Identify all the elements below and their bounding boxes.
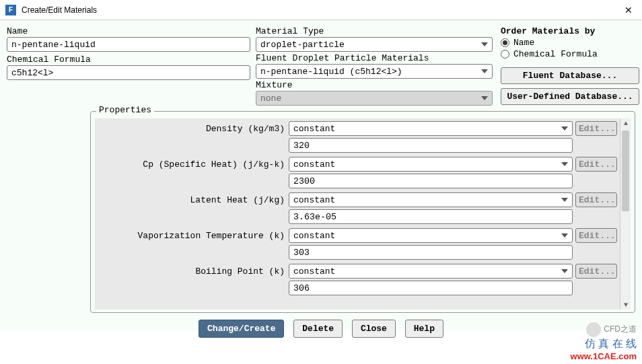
edit-button[interactable]: Edit... [575,121,617,136]
scroll-up-icon[interactable]: ▲ [622,120,629,126]
property-method-combo[interactable]: constant [289,264,573,279]
property-value-row [289,209,617,224]
fluent-materials-value: n-pentane-liquid (c5h12<l>) [260,67,402,77]
mixture-value: none [260,94,281,104]
property-value-input[interactable] [289,245,573,260]
fluent-database-button[interactable]: Fluent Database... [501,67,639,84]
formula-input[interactable] [7,65,250,80]
order-by-formula-radio[interactable]: Chemical Formula [501,49,639,59]
order-materials-label: Order Materials by [501,26,639,36]
titlebar: F Create/Edit Materials ✕ [0,0,642,20]
radio-icon [501,38,509,47]
properties-legend: Properties [96,105,154,115]
help-button[interactable]: Help [405,320,443,338]
material-type-combo[interactable]: droplet-particle [256,37,493,52]
property-label: Boiling Point (k) [98,266,289,277]
chevron-down-icon [561,233,568,238]
edit-button[interactable]: Edit... [575,264,617,279]
fluent-materials-label: Fluent Droplet Particle Materials [256,53,493,63]
chevron-down-icon [561,198,568,202]
property-row: Cp (Specific Heat) (j/kg-k)constantEdit.… [98,157,617,172]
property-value-input[interactable] [289,281,573,295]
name-label: Name [7,26,250,36]
scrollbar[interactable]: ▲ ▼ [620,118,631,310]
name-input[interactable] [7,37,250,52]
property-label: Density (kg/m3) [98,124,289,134]
formula-label: Chemical Formula [7,54,250,65]
property-method-value: constant [293,159,335,170]
property-row: Vaporization Temperature (k)constantEdit… [98,228,617,243]
property-row: Latent Heat (j/kg)constantEdit... [98,192,617,207]
mixture-combo: none [256,91,493,106]
property-method-combo[interactable]: constant [289,157,573,172]
mixture-label: Mixture [256,80,493,90]
property-method-value: constant [293,231,335,241]
order-by-name-radio[interactable]: Name [501,38,639,48]
edit-button[interactable]: Edit... [575,192,617,207]
property-method-combo[interactable]: constant [289,121,573,136]
close-button[interactable]: Close [352,320,396,338]
property-value-input[interactable] [289,209,573,224]
property-value-row [289,174,617,188]
property-label: Vaporization Temperature (k) [98,231,289,241]
chevron-down-icon [561,162,568,166]
order-by-formula-label: Chemical Formula [513,49,598,59]
chevron-down-icon [481,42,488,46]
property-label: Latent Heat (j/kg) [98,195,289,205]
property-value-row [289,245,617,260]
property-row: Boiling Point (k)constantEdit... [98,264,617,279]
scroll-thumb[interactable] [622,131,629,211]
radio-icon [501,50,509,59]
property-method-combo[interactable]: constant [289,192,573,207]
window-title: Create/Edit Materials [22,5,620,15]
property-value-input[interactable] [289,174,573,188]
edit-button[interactable]: Edit... [575,157,617,172]
material-type-label: Material Type [256,26,493,36]
chevron-down-icon [481,96,488,100]
material-type-value: droplet-particle [260,40,345,50]
scroll-down-icon[interactable]: ▼ [622,301,629,308]
change-create-button[interactable]: Change/Create [199,320,284,338]
app-icon: F [5,5,16,15]
property-method-value: constant [293,195,335,205]
property-value-input[interactable] [289,138,573,153]
property-label: Cp (Specific Heat) (j/kg-k) [98,159,289,170]
chevron-down-icon [561,269,568,273]
property-method-combo[interactable]: constant [289,228,573,243]
properties-group: Properties Density (kg/m3)constantEdit..… [90,111,635,313]
delete-button[interactable]: Delete [293,320,343,338]
chevron-down-icon [481,69,488,73]
property-row: Density (kg/m3)constantEdit... [98,121,617,136]
chevron-down-icon [561,126,568,131]
user-defined-database-button[interactable]: User-Defined Database... [501,88,639,105]
property-value-row [289,281,617,295]
edit-button[interactable]: Edit... [575,228,617,243]
property-method-value: constant [293,266,335,277]
order-by-name-label: Name [513,38,534,48]
property-value-row [289,138,617,153]
dialog-footer: Change/Create Delete Close Help [7,313,635,338]
property-method-value: constant [293,124,335,134]
fluent-materials-combo[interactable]: n-pentane-liquid (c5h12<l>) [256,64,493,79]
close-icon[interactable]: ✕ [620,3,637,17]
